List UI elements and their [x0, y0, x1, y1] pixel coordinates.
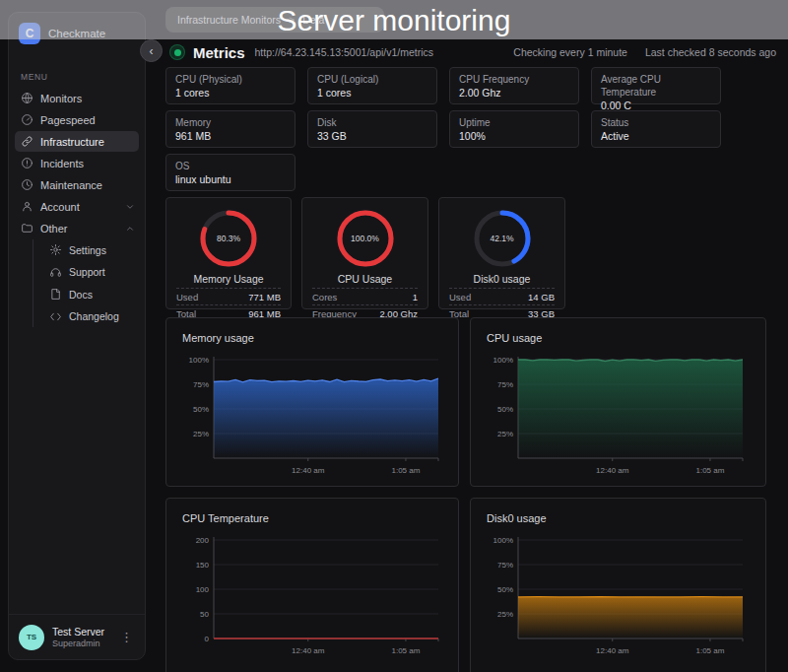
svg-text:50%: 50% [497, 585, 513, 594]
svg-text:25%: 25% [497, 430, 513, 438]
sidebar-item-label: Incidents [40, 158, 84, 169]
svg-text:25%: 25% [497, 610, 513, 619]
menu-section-label: MENU [21, 72, 145, 82]
sidebar-item-label: Support [69, 266, 105, 278]
docs-icon [49, 288, 62, 301]
gauge-card-disk0-usage: 42.1%Disk0 usageUsed14 GBTotal33 GB [438, 197, 565, 309]
stat-card-average-cpu-temperature: Average CPU Temperature0.00 C [591, 67, 721, 104]
stat-card-cpu-physical: CPU (Physical)1 cores [165, 67, 296, 104]
kebab-menu-icon[interactable]: ⋮ [116, 628, 137, 646]
svg-text:12:40 am: 12:40 am [596, 646, 629, 655]
svg-text:50: 50 [200, 610, 209, 619]
svg-text:0: 0 [205, 635, 210, 643]
sidebar-collapse-button[interactable]: ‹ [140, 39, 163, 62]
gauge-card-grid: 80.3%Memory UsageUsed771 MBTotal961 MB10… [165, 197, 565, 309]
main-content: Infrastructure Monitors > Deta ‹ Metrics… [148, 0, 788, 672]
detail-label: Cores [312, 292, 337, 302]
sidebar-item-settings[interactable]: Settings [43, 239, 139, 261]
chart-card-grid: Memory usage100%75%50%25%12:40 am1:05 am… [165, 317, 766, 667]
svg-text:12:40 am: 12:40 am [596, 466, 629, 475]
person-icon [21, 200, 33, 213]
support-icon [49, 266, 62, 279]
clock-icon [21, 178, 33, 191]
gauge-detail-row: Cores1 [312, 288, 418, 304]
overlay-title: Server monitoring [0, 0, 788, 40]
sidebar-item-other[interactable]: Other [15, 218, 139, 238]
alert-circle-icon [21, 157, 33, 169]
status-dot [174, 49, 181, 56]
stat-card-disk: Disk33 GB [307, 110, 437, 148]
detail-label: Used [449, 292, 471, 302]
svg-text:200: 200 [196, 536, 210, 545]
stat-card-os: OSlinux ubuntu [165, 154, 296, 191]
sidebar-item-changelog[interactable]: Changelog [43, 306, 139, 328]
svg-text:75%: 75% [497, 561, 513, 570]
check-info: Checking every 1 minute Last checked 8 s… [513, 46, 776, 58]
sidebar-item-support[interactable]: Support [43, 262, 139, 284]
chart-title: Memory usage [182, 332, 444, 344]
sidebar-item-docs[interactable]: Docs [43, 284, 139, 305]
stat-value: 33 GB [317, 129, 427, 143]
stat-card-memory: Memory961 MB [165, 110, 296, 148]
sidebar-item-incidents[interactable]: Incidents [15, 153, 139, 173]
stat-value: Active [601, 129, 711, 143]
detail-value: 14 GB [528, 292, 555, 302]
gauge-card-cpu-usage: 100.0%CPU UsageCores1Frequency2.00 Ghz [301, 197, 428, 309]
stat-label: Status [601, 116, 711, 129]
gauge-card-memory-usage: 80.3%Memory UsageUsed771 MBTotal961 MB [165, 197, 292, 309]
svg-text:75%: 75% [497, 380, 513, 389]
stat-card-cpu-logical: CPU (Logical)1 cores [307, 67, 437, 104]
detail-value: 1 [413, 292, 418, 302]
chart-plot: 100%75%50%25%12:40 am1:05 am [180, 352, 446, 484]
code-icon [49, 310, 62, 323]
sidebar-item-pagespeed[interactable]: Pagespeed [15, 109, 139, 130]
svg-text:100%: 100% [493, 536, 513, 545]
svg-text:150: 150 [196, 561, 210, 570]
stat-value: 1 cores [317, 86, 427, 100]
folder-icon [21, 222, 33, 235]
svg-text:1:05 am: 1:05 am [391, 646, 420, 655]
sidebar-item-infrastructure[interactable]: Infrastructure [15, 131, 139, 152]
last-checked: Last checked 8 seconds ago [645, 46, 776, 58]
stat-card-status: StatusActive [591, 110, 721, 148]
gear-icon [49, 243, 62, 256]
chevron-up-icon [125, 224, 135, 234]
svg-text:1:05 am: 1:05 am [695, 466, 724, 475]
stat-card-grid: CPU (Physical)1 coresCPU (Logical)1 core… [165, 67, 721, 191]
gauge-detail-row: Used14 GB [449, 288, 555, 304]
stat-card-uptime: Uptime100% [449, 110, 579, 148]
chart-card-memory-usage: Memory usage100%75%50%25%12:40 am1:05 am [165, 317, 459, 487]
user-role: Superadmin [52, 638, 104, 648]
stat-label: OS [175, 160, 286, 172]
stat-label: Average CPU Temperature [601, 73, 711, 99]
sidebar-item-maintenance[interactable]: Maintenance [15, 174, 139, 195]
avatar: TS [19, 625, 44, 650]
chart-title: CPU usage [487, 332, 752, 344]
svg-text:1:05 am: 1:05 am [391, 466, 420, 475]
svg-text:25%: 25% [193, 430, 209, 438]
svg-text:50%: 50% [497, 405, 513, 414]
sidebar-menu: MonitorsPagespeedInfrastructureIncidents… [9, 88, 145, 327]
chevron-down-icon [125, 202, 135, 212]
sidebar: C Checkmate MENU MonitorsPagespeedInfras… [8, 12, 146, 660]
stat-label: CPU Frequency [459, 73, 569, 86]
user-info: Test Server Superadmin [52, 626, 104, 648]
sidebar-item-label: Account [40, 201, 80, 213]
sidebar-item-account[interactable]: Account [15, 196, 139, 217]
svg-text:100%: 100% [493, 356, 513, 365]
stat-label: Disk [317, 116, 427, 129]
monitor-header: Metrics http://64.23.145.13:5001/api/v1/… [169, 41, 776, 63]
gauge: 80.3% [196, 206, 261, 271]
stat-value: 100% [459, 129, 569, 143]
stat-label: Uptime [459, 116, 569, 129]
svg-text:100%: 100% [189, 356, 209, 365]
svg-text:12:40 am: 12:40 am [292, 466, 325, 475]
sidebar-submenu: SettingsSupportDocsChangelog [33, 239, 145, 327]
link-icon [21, 135, 33, 148]
user-name: Test Server [52, 626, 104, 638]
sidebar-item-monitors[interactable]: Monitors [15, 88, 139, 108]
chart-card-cpu-usage: CPU usage100%75%50%25%12:40 am1:05 am [470, 317, 766, 487]
status-dot-ring [169, 44, 185, 60]
sidebar-item-label: Pagespeed [40, 114, 96, 126]
globe-icon [21, 92, 33, 104]
